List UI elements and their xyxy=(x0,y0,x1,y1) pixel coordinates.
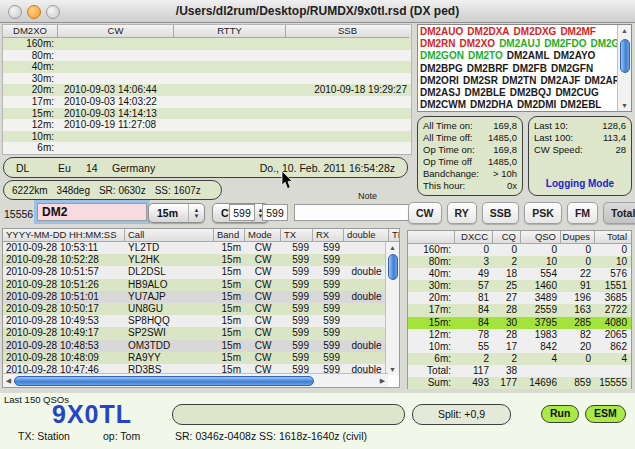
callsign[interactable]: DM2RN xyxy=(420,38,456,49)
callsign[interactable]: DM2AUO xyxy=(420,26,463,37)
stat-cell: 493 xyxy=(455,377,493,389)
ssb-filter-button[interactable]: SSB xyxy=(482,202,520,224)
cw-filter-button[interactable]: CW xyxy=(408,202,442,224)
column-header: double xyxy=(344,229,389,242)
qso-rst-rx: 599 xyxy=(313,266,344,278)
scrollbar-thumb[interactable] xyxy=(620,39,630,73)
stat-cell: 160m: xyxy=(408,244,455,256)
callsign[interactable]: DM2DHA xyxy=(470,99,513,110)
note-input[interactable] xyxy=(294,204,410,221)
callsign[interactable]: DM2BQJ xyxy=(510,87,552,98)
stat-cell: 1983 xyxy=(521,329,561,341)
callsign[interactable]: DM2FDO xyxy=(544,38,586,49)
qso-mode: CW xyxy=(245,340,281,352)
callsign-input[interactable] xyxy=(37,203,147,221)
note-label: Note xyxy=(358,191,377,201)
band-label: 80m: xyxy=(3,50,58,62)
callsign[interactable]: DM2AUJ xyxy=(499,38,540,49)
callsign[interactable]: DM2FB xyxy=(512,63,546,74)
log-row[interactable]: 2010-09-28 10:50:17UN8GU15mCW599599 xyxy=(3,303,385,315)
callsign[interactable]: DM2DXA xyxy=(467,26,509,37)
stat-cell: 17m: xyxy=(408,304,455,316)
callsign[interactable]: DM2SR xyxy=(463,75,498,86)
log-row[interactable]: 2010-09-28 10:51:57DL2DSL15mCW599599doub… xyxy=(3,266,385,278)
log-row[interactable]: 2010-09-28 10:48:09RA9YY15mCW599599 xyxy=(3,352,385,364)
logging-mode-label[interactable]: Logging Mode xyxy=(529,178,631,189)
log-row[interactable]: 2010-09-28 10:53:11YL2TD15mCW599599 xyxy=(3,242,385,254)
fm-filter-button[interactable]: FM xyxy=(567,202,598,224)
stat-cell: 30 xyxy=(493,317,521,329)
callsign[interactable]: DM2GON xyxy=(420,50,464,61)
callsign[interactable]: DM2TN xyxy=(502,75,536,86)
callsign[interactable]: DM2GG xyxy=(590,38,617,49)
stat-cell: 57 xyxy=(455,280,493,292)
scrollbar-thumb[interactable] xyxy=(14,376,314,386)
band-activity-row: 12m:2010-09-19 11:27:08 xyxy=(3,119,411,131)
stat-row: Op Time on:169,8 xyxy=(423,144,517,156)
run-button[interactable]: Run xyxy=(541,405,579,423)
callsign[interactable]: DM2ASJ xyxy=(420,87,461,98)
stat-cell: 15m: xyxy=(408,317,455,329)
callsign[interactable]: DM2BPG xyxy=(420,63,463,74)
callsign-list-scrollbar[interactable]: ▲ ▼ xyxy=(617,25,631,111)
callsign[interactable]: DM2DMI xyxy=(517,99,556,110)
active-callsign: 9X0TL xyxy=(52,400,132,429)
callsign[interactable]: DM2DXG xyxy=(514,26,557,37)
callsign[interactable]: DM2AML xyxy=(507,50,550,61)
rst-rx-input[interactable] xyxy=(262,204,288,221)
callsign[interactable]: DM2CUG xyxy=(555,87,598,98)
qso-band: 15m xyxy=(214,303,245,315)
ssb-timestamp xyxy=(286,50,409,62)
log-row[interactable]: 2010-09-28 10:52:28YL2HK15mCW599599 xyxy=(3,254,385,266)
callsign-line: DM2BPGDM2BRFDM2FBDM2GFN xyxy=(420,63,617,75)
callsign[interactable]: DM2TO xyxy=(468,50,503,61)
log-vertical-scrollbar[interactable]: ▲ ▼ xyxy=(385,242,399,375)
stat-row: Last 10:128,6 xyxy=(534,120,626,132)
callsign[interactable]: DM2BRF xyxy=(467,63,509,74)
rtty-timestamp xyxy=(174,131,286,143)
callsign[interactable]: DM2GFN xyxy=(551,63,593,74)
rumlog-window: /Users/dl2rum/Desktop/RUMDX/9x0tl.rsd (D… xyxy=(0,0,635,449)
stat-cell: 0 xyxy=(561,353,595,365)
callsign[interactable]: DM2AJF xyxy=(540,75,580,86)
column-header: YYYY-MM-DD HH:MM:SS xyxy=(3,229,125,242)
scroll-left-icon[interactable]: ◀ xyxy=(3,374,14,387)
log-row[interactable]: 2010-09-28 10:51:01YU7AJP15mCW599599doub… xyxy=(3,291,385,303)
scroll-up-icon[interactable]: ▲ xyxy=(386,242,399,253)
log-row[interactable]: 2010-09-28 10:49:53SP8HQQ15mCW599599 xyxy=(3,315,385,327)
log-row[interactable]: 2010-09-28 10:48:53OM3TDD15mCW599599doub… xyxy=(3,340,385,352)
callsign[interactable]: DM2MF xyxy=(560,26,596,37)
callsign[interactable]: DM2ARD xyxy=(584,75,617,86)
log-row[interactable]: 2010-09-28 10:51:26HB9ALO15mCW599599 xyxy=(3,279,385,291)
ssb-timestamp xyxy=(286,131,409,143)
scrollbar-thumb[interactable] xyxy=(388,254,398,280)
qso-double-flag xyxy=(344,254,389,266)
log-horizontal-scrollbar[interactable]: ◀ ▶ xyxy=(3,373,388,387)
rst-tx-input[interactable] xyxy=(229,204,255,221)
band-select[interactable]: 15m ▲▼ xyxy=(148,203,205,223)
stat-cell: 84 xyxy=(455,317,493,329)
stat-cell: 862 xyxy=(595,341,631,353)
ry-filter-button[interactable]: RY xyxy=(447,202,477,224)
esm-button[interactable]: ESM xyxy=(585,405,626,423)
callsign[interactable]: DM2BLE xyxy=(465,87,506,98)
callsign[interactable]: DM2ORI xyxy=(420,75,459,86)
split-indicator[interactable]: Split: +0,9 xyxy=(412,404,511,425)
stat-label: Bandchange: xyxy=(423,168,479,180)
callsign[interactable]: DM2XO xyxy=(460,38,496,49)
scroll-down-icon[interactable]: ▼ xyxy=(618,100,631,111)
callsign-line: DM2GONDM2TODM2AMLDM2AYO xyxy=(420,50,617,62)
total-filter-button[interactable]: Total xyxy=(603,202,635,224)
qso-rst-tx: 599 xyxy=(281,352,313,364)
scroll-right-icon[interactable]: ▶ xyxy=(377,374,388,387)
qso-mode: CW xyxy=(245,352,281,364)
rtty-timestamp xyxy=(174,38,286,50)
band-label: 17m: xyxy=(3,96,58,108)
log-row[interactable]: 2010-09-28 10:49:17SP2SWI15mCW599599 xyxy=(3,327,385,339)
callsign[interactable]: DM2AYO xyxy=(554,50,596,61)
psk-filter-button[interactable]: PSK xyxy=(524,202,562,224)
callsign[interactable]: DM2CWM xyxy=(420,99,466,110)
callsign[interactable]: DM2EBL xyxy=(560,99,601,110)
scroll-up-icon[interactable]: ▲ xyxy=(618,25,631,36)
qso-rst-tx: 599 xyxy=(281,291,313,303)
